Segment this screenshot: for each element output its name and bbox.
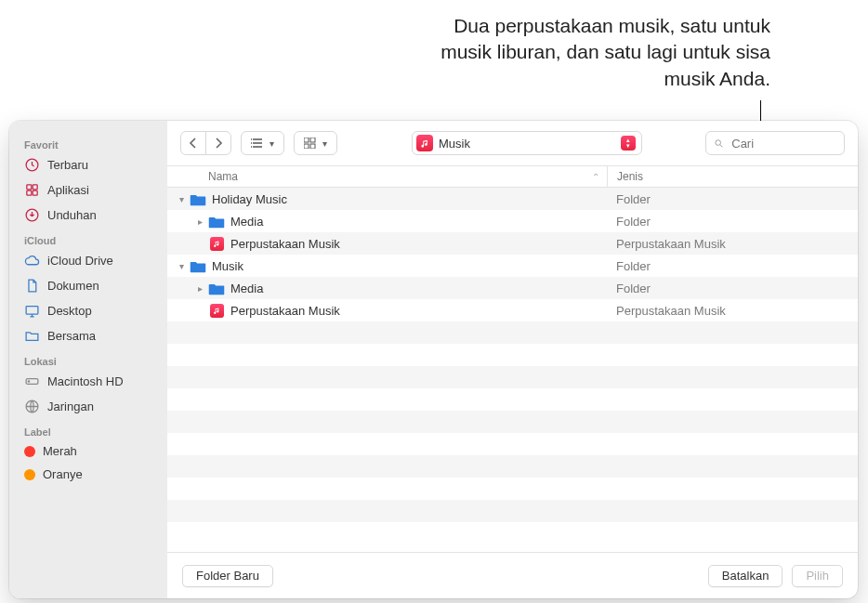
table-row[interactable]: ▾Holiday MusicFolder bbox=[167, 188, 858, 210]
sidebar-item-jaringan[interactable]: Jaringan bbox=[11, 394, 162, 419]
column-header-name[interactable]: Nama ⌃ bbox=[167, 170, 607, 183]
svg-point-11 bbox=[251, 142, 252, 144]
svg-rect-2 bbox=[33, 185, 37, 190]
folder-icon bbox=[190, 257, 206, 274]
sidebar-item-label: Jaringan bbox=[47, 400, 94, 413]
network-icon bbox=[24, 399, 40, 414]
file-kind: Folder bbox=[607, 282, 858, 295]
file-name: Musik bbox=[212, 259, 243, 273]
empty-row bbox=[167, 388, 858, 411]
sidebar-item-label: Unduhan bbox=[47, 208, 97, 222]
path-selector[interactable]: Musik ▴▾ bbox=[412, 131, 642, 155]
disclosure-triangle[interactable]: ▾ bbox=[175, 194, 188, 204]
sidebar-group-label: Label bbox=[11, 419, 162, 439]
sidebar-item-unduhan[interactable]: Unduhan bbox=[11, 203, 162, 228]
new-folder-button[interactable]: Folder Baru bbox=[182, 565, 273, 587]
svg-rect-13 bbox=[304, 138, 309, 142]
file-name: Media bbox=[230, 282, 263, 295]
music-library-icon bbox=[208, 302, 225, 319]
cancel-button[interactable]: Batalkan bbox=[708, 565, 783, 587]
empty-row bbox=[167, 433, 858, 455]
svg-point-8 bbox=[28, 381, 29, 382]
table-row[interactable]: Perpustakaan MusikPerpustakaan Musik bbox=[167, 232, 858, 255]
forward-button[interactable] bbox=[205, 132, 230, 154]
svg-rect-6 bbox=[26, 307, 38, 315]
sidebar-item-desktop[interactable]: Desktop bbox=[11, 298, 162, 323]
svg-rect-3 bbox=[27, 190, 32, 195]
sidebar-item-label: Oranye bbox=[43, 467, 83, 481]
empty-row bbox=[167, 321, 858, 344]
doc-icon bbox=[24, 278, 40, 294]
file-name: Holiday Music bbox=[212, 192, 287, 206]
sidebar-item-label: Desktop bbox=[47, 304, 92, 318]
sidebar-item-tag-oranye[interactable]: Oranye bbox=[11, 463, 162, 486]
empty-row bbox=[167, 500, 858, 522]
sort-ascending-icon: ⌃ bbox=[592, 172, 599, 182]
sidebar-item-label: Terbaru bbox=[47, 158, 88, 172]
view-list-button[interactable]: ▾ bbox=[241, 131, 284, 155]
sidebar-item-label: iCloud Drive bbox=[47, 254, 113, 268]
table-row[interactable]: ▾MusikFolder bbox=[167, 255, 858, 277]
empty-row bbox=[167, 455, 858, 478]
sidebar-item-bersama[interactable]: Bersama bbox=[11, 323, 162, 348]
annotation-callout: Dua perpustakaan musik, satu untuk musik… bbox=[417, 13, 770, 92]
folder-icon bbox=[190, 190, 206, 207]
cloud-icon bbox=[24, 253, 40, 269]
disclosure-triangle[interactable]: ▸ bbox=[193, 216, 206, 227]
back-button[interactable] bbox=[181, 132, 205, 154]
sidebar-item-tag-merah[interactable]: Merah bbox=[11, 439, 162, 463]
sidebar-group-lokasi: Lokasi bbox=[11, 348, 162, 369]
empty-row bbox=[167, 522, 858, 544]
folder-icon bbox=[208, 213, 225, 229]
svg-rect-4 bbox=[33, 190, 37, 195]
download-icon bbox=[24, 207, 40, 223]
sidebar-group-favorit: Favorit bbox=[11, 132, 162, 152]
search-input[interactable] bbox=[730, 136, 836, 151]
sidebar: Favorit Terbaru Aplikasi Unduhan iCloud … bbox=[9, 121, 167, 598]
disclosure-triangle[interactable]: ▸ bbox=[193, 283, 206, 294]
svg-point-12 bbox=[251, 146, 252, 148]
music-app-icon bbox=[416, 135, 433, 151]
search-field[interactable] bbox=[705, 131, 845, 155]
table-row[interactable]: Perpustakaan MusikPerpustakaan Musik bbox=[167, 299, 858, 321]
sidebar-group-icloud: iCloud bbox=[11, 228, 162, 248]
file-name: Perpustakaan Musik bbox=[230, 237, 340, 251]
file-kind: Folder bbox=[607, 259, 858, 273]
table-row[interactable]: ▸MediaFolder bbox=[167, 277, 858, 299]
sidebar-item-label: Dokumen bbox=[47, 279, 99, 293]
file-kind: Folder bbox=[607, 215, 858, 229]
file-kind: Perpustakaan Musik bbox=[607, 237, 858, 251]
sidebar-item-label: Aplikasi bbox=[47, 183, 89, 197]
choose-button[interactable]: Pilih bbox=[792, 565, 843, 587]
path-label: Musik bbox=[439, 137, 470, 151]
column-header-kind[interactable]: Jenis bbox=[607, 166, 858, 187]
nav-back-forward bbox=[180, 131, 231, 155]
file-list: ▾Holiday MusicFolder▸MediaFolderPerpusta… bbox=[167, 188, 858, 552]
sidebar-item-macintosh-hd[interactable]: Macintosh HD bbox=[11, 369, 162, 394]
sidebar-item-label: Merah bbox=[43, 444, 77, 458]
sidebar-item-aplikasi[interactable]: Aplikasi bbox=[11, 177, 162, 203]
empty-row bbox=[167, 344, 858, 366]
disk-icon bbox=[24, 374, 40, 389]
sidebar-item-dokumen[interactable]: Dokumen bbox=[11, 273, 162, 298]
file-kind: Perpustakaan Musik bbox=[607, 304, 858, 318]
sidebar-item-terbaru[interactable]: Terbaru bbox=[11, 152, 162, 177]
file-name: Media bbox=[230, 215, 263, 229]
music-library-icon bbox=[208, 235, 225, 252]
svg-point-10 bbox=[251, 138, 252, 140]
sidebar-item-icloud-drive[interactable]: iCloud Drive bbox=[11, 248, 162, 273]
chevron-down-icon: ▾ bbox=[270, 138, 274, 149]
svg-rect-14 bbox=[310, 138, 315, 142]
empty-row bbox=[167, 478, 858, 500]
finder-window: Favorit Terbaru Aplikasi Unduhan iCloud … bbox=[9, 121, 858, 598]
table-row[interactable]: ▸MediaFolder bbox=[167, 210, 858, 232]
group-by-button[interactable]: ▾ bbox=[294, 131, 337, 155]
disclosure-triangle[interactable]: ▾ bbox=[175, 261, 188, 271]
file-kind: Folder bbox=[607, 192, 858, 206]
path-caret-icon: ▴▾ bbox=[621, 136, 636, 151]
sidebar-item-label: Macintosh HD bbox=[47, 374, 124, 388]
svg-rect-1 bbox=[27, 185, 32, 190]
empty-row bbox=[167, 411, 858, 433]
tag-orange-icon bbox=[24, 469, 35, 480]
toolbar: ▾ ▾ Musik ▴▾ bbox=[167, 121, 858, 165]
